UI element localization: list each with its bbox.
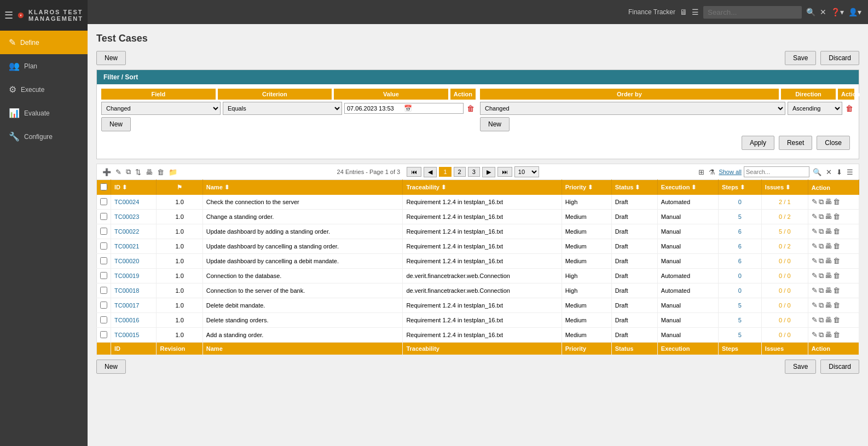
row-checkbox[interactable] bbox=[100, 228, 107, 235]
row-checkbox[interactable] bbox=[100, 287, 107, 294]
discard-button-top[interactable]: Discard bbox=[820, 51, 859, 65]
issues-value[interactable]: 2 / 1 bbox=[779, 199, 790, 205]
reset-button[interactable]: Reset bbox=[779, 136, 812, 150]
issues-value[interactable]: 5 / 0 bbox=[779, 228, 790, 235]
print-row-icon[interactable]: 🖶 bbox=[825, 316, 832, 325]
row-checkbox[interactable] bbox=[100, 272, 107, 279]
new-order-button[interactable]: New bbox=[480, 117, 510, 131]
col-traceability[interactable]: Traceability ⬍ bbox=[403, 180, 562, 195]
columns-icon[interactable]: ☰ bbox=[846, 167, 854, 177]
tc-id-link[interactable]: TC00022 bbox=[114, 228, 139, 235]
delete-row-icon[interactable]: 🗑 bbox=[833, 301, 840, 310]
print-row-icon[interactable]: 🖶 bbox=[825, 257, 832, 265]
filter-icon[interactable]: ⚗ bbox=[708, 167, 716, 177]
print-row-icon[interactable]: 🖶 bbox=[825, 271, 832, 280]
tc-id-link[interactable]: TC00019 bbox=[114, 273, 139, 279]
move-icon[interactable]: ⇅ bbox=[134, 167, 142, 177]
edit-row-icon[interactable]: ✎ bbox=[812, 212, 818, 221]
steps-value[interactable]: 6 bbox=[738, 258, 742, 264]
print-row-icon[interactable]: 🖶 bbox=[825, 212, 832, 221]
tc-id-link[interactable]: TC00020 bbox=[114, 258, 139, 264]
steps-value[interactable]: 0 bbox=[738, 273, 742, 279]
edit-row-icon[interactable]: ✎ bbox=[812, 271, 818, 280]
sidebar-item-configure[interactable]: 🔧 Configure bbox=[0, 125, 88, 148]
copy-row-icon[interactable]: ⧉ bbox=[819, 227, 824, 236]
save-button-top[interactable]: Save bbox=[785, 51, 816, 65]
delete-filter-button[interactable]: 🗑 bbox=[466, 103, 476, 114]
row-checkbox[interactable] bbox=[100, 242, 107, 250]
filter-value-input[interactable] bbox=[347, 105, 402, 112]
table-clear-icon[interactable]: ✕ bbox=[825, 167, 833, 177]
steps-value[interactable]: 6 bbox=[738, 228, 742, 235]
copy-row-icon[interactable]: ⧉ bbox=[819, 301, 824, 310]
delete-row-icon[interactable]: 🗑 bbox=[833, 286, 840, 295]
tc-id-link[interactable]: TC00023 bbox=[114, 213, 139, 220]
copy-row-icon[interactable]: ⧉ bbox=[819, 212, 824, 221]
edit-row-icon[interactable]: ✎ bbox=[812, 198, 818, 206]
sidebar-item-evaluate[interactable]: 📊 Evaluate bbox=[0, 101, 88, 125]
delete-row-icon[interactable]: 🗑 bbox=[833, 257, 840, 265]
user-button[interactable]: 👤▾ bbox=[848, 8, 861, 16]
table-search-input[interactable] bbox=[744, 166, 809, 177]
tc-id-link[interactable]: TC00018 bbox=[114, 287, 139, 294]
edit-row-icon[interactable]: ✎ bbox=[812, 301, 818, 310]
issues-value[interactable]: 0 / 2 bbox=[779, 213, 790, 220]
edit-row-icon[interactable]: ✎ bbox=[812, 242, 818, 251]
edit-row-icon[interactable]: ✎ bbox=[812, 316, 818, 325]
select-all-checkbox[interactable] bbox=[100, 183, 107, 190]
delete-row-icon[interactable]: 🗑 bbox=[833, 227, 840, 236]
new-button-bottom[interactable]: New bbox=[96, 360, 126, 374]
sidebar-item-execute[interactable]: ⚙ Execute bbox=[0, 78, 88, 101]
order-direction-select[interactable]: Ascending Descending bbox=[788, 102, 842, 115]
edit-row-icon[interactable]: ✎ bbox=[812, 227, 818, 236]
first-page-button[interactable]: ⏮ bbox=[407, 167, 421, 177]
delete-row-icon[interactable]: 🗑 bbox=[833, 271, 840, 280]
delete-icon[interactable]: 🗑 bbox=[156, 167, 165, 177]
row-checkbox[interactable] bbox=[100, 316, 107, 323]
per-page-select[interactable]: 10 25 50 100 bbox=[514, 166, 539, 177]
col-status[interactable]: Status ⬍ bbox=[611, 180, 657, 195]
global-search-input[interactable] bbox=[703, 6, 802, 19]
row-checkbox[interactable] bbox=[100, 213, 107, 220]
col-name[interactable]: Name ⬍ bbox=[202, 180, 403, 195]
next-page-button[interactable]: ▶ bbox=[482, 167, 495, 177]
row-checkbox[interactable] bbox=[100, 302, 107, 309]
save-button-bottom[interactable]: Save bbox=[785, 360, 816, 374]
tc-id-link[interactable]: TC00021 bbox=[114, 243, 139, 250]
search-button[interactable]: 🔍 bbox=[806, 8, 815, 16]
issues-value[interactable]: 0 / 0 bbox=[779, 273, 790, 279]
steps-value[interactable]: 5 bbox=[738, 332, 742, 338]
row-checkbox[interactable] bbox=[100, 257, 107, 264]
col-steps[interactable]: Steps ⬍ bbox=[719, 180, 762, 195]
page-2-button[interactable]: 2 bbox=[454, 167, 466, 177]
tc-id-link[interactable]: TC00015 bbox=[114, 332, 139, 338]
copy-icon[interactable]: ⧉ bbox=[125, 166, 132, 177]
steps-value[interactable]: 0 bbox=[738, 199, 742, 205]
copy-row-icon[interactable]: ⧉ bbox=[819, 198, 824, 206]
copy-row-icon[interactable]: ⧉ bbox=[819, 242, 824, 251]
delete-order-button[interactable]: 🗑 bbox=[844, 103, 854, 114]
issues-value[interactable]: 0 / 0 bbox=[779, 258, 790, 264]
close-button[interactable]: Close bbox=[817, 136, 850, 150]
folder-icon[interactable]: 📁 bbox=[167, 167, 178, 177]
edit-row-icon[interactable]: ✎ bbox=[812, 257, 818, 265]
delete-row-icon[interactable]: 🗑 bbox=[833, 331, 840, 339]
new-filter-button[interactable]: New bbox=[101, 117, 131, 131]
export-icon[interactable]: ⬇ bbox=[835, 167, 843, 177]
row-checkbox[interactable] bbox=[100, 198, 107, 205]
col-issues[interactable]: Issues ⬍ bbox=[761, 180, 808, 195]
steps-value[interactable]: 5 bbox=[738, 317, 742, 323]
copy-row-icon[interactable]: ⧉ bbox=[819, 257, 824, 265]
print-row-icon[interactable]: 🖶 bbox=[825, 301, 832, 310]
group-icon[interactable]: ⊞ bbox=[697, 167, 705, 177]
issues-value[interactable]: 0 / 0 bbox=[779, 302, 790, 309]
add-icon[interactable]: ➕ bbox=[101, 167, 112, 177]
steps-value[interactable]: 5 bbox=[738, 213, 742, 220]
tc-id-link[interactable]: TC00016 bbox=[114, 317, 139, 323]
page-1-button[interactable]: 1 bbox=[439, 167, 451, 177]
row-checkbox[interactable] bbox=[100, 331, 107, 338]
edit-row-icon[interactable]: ✎ bbox=[812, 286, 818, 295]
tc-id-link[interactable]: TC00024 bbox=[114, 199, 139, 205]
print-row-icon[interactable]: 🖶 bbox=[825, 286, 832, 295]
delete-row-icon[interactable]: 🗑 bbox=[833, 316, 840, 325]
